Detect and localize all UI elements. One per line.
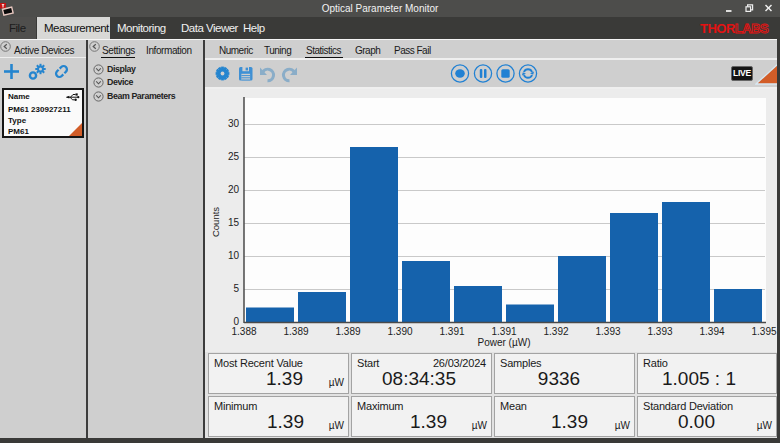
svg-text:1.392: 1.392 xyxy=(543,326,568,337)
svg-text:20: 20 xyxy=(228,184,240,195)
svg-text:25: 25 xyxy=(228,151,240,162)
svg-text:Power (µW): Power (µW) xyxy=(478,337,531,348)
svg-text:1.393: 1.393 xyxy=(595,326,620,337)
svg-text:1.389: 1.389 xyxy=(335,326,360,337)
svg-text:1.389: 1.389 xyxy=(283,326,308,337)
svg-text:1.388: 1.388 xyxy=(231,326,256,337)
svg-text:1.391: 1.391 xyxy=(439,326,464,337)
svg-text:1.390: 1.390 xyxy=(387,326,412,337)
svg-text:15: 15 xyxy=(228,217,240,228)
svg-text:1.391: 1.391 xyxy=(491,326,516,337)
svg-text:30: 30 xyxy=(228,118,240,129)
svg-text:1.395: 1.395 xyxy=(751,326,776,337)
svg-text:5: 5 xyxy=(233,283,239,294)
svg-text:Counts: Counts xyxy=(210,207,221,237)
svg-text:1.393: 1.393 xyxy=(647,326,672,337)
svg-text:1.394: 1.394 xyxy=(699,326,724,337)
svg-text:10: 10 xyxy=(228,250,240,261)
